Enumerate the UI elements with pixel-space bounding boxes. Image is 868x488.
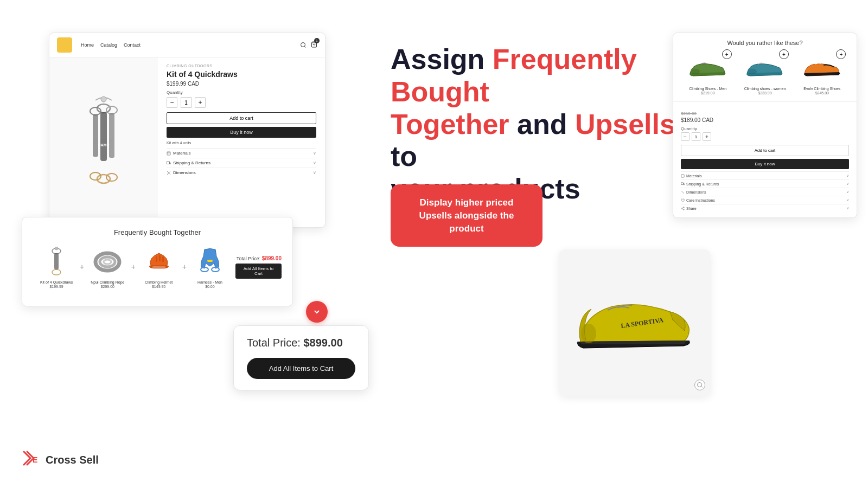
upsell-product-name-3: Evolv Climbing Shoes xyxy=(800,86,844,91)
headline-part2: Together xyxy=(391,108,509,140)
fbt-products-row: Kit of 4 Quickdraws $199.99 + Npui Climb… xyxy=(33,245,282,288)
search-icon[interactable] xyxy=(300,42,307,48)
mockup-content: CAMP CLIMBING OUTDOORS Kit of 4 Quickdra… xyxy=(49,57,325,228)
right-section: Assign Frequently Bought Together and Up… xyxy=(358,0,868,488)
svg-rect-23 xyxy=(152,266,165,269)
product-buy-now[interactable]: Buy it now xyxy=(681,159,849,169)
product-accordion-materials[interactable]: Materials ∨ xyxy=(681,171,849,179)
product-page-mockup: Home Catalog Contact 1 xyxy=(49,33,326,228)
headline: Assign Frequently Bought Together and Up… xyxy=(391,43,705,206)
svg-point-42 xyxy=(698,383,702,387)
fbt-product-price-1: $199.99 xyxy=(33,285,80,288)
product-add-to-cart[interactable]: Add to cart xyxy=(681,145,849,156)
accordion-arrow: ∨ xyxy=(313,151,316,156)
upsell-add-icon-1[interactable]: + xyxy=(722,49,732,59)
magnify-icon[interactable] xyxy=(694,380,705,390)
product-qty-increase[interactable]: + xyxy=(703,132,711,141)
upsell-badge-text: Display higher priced Upsells alongside … xyxy=(408,196,525,235)
fbt-plus-1: + xyxy=(80,262,84,271)
fbt-product-price-3: $149.95 xyxy=(136,285,182,288)
svg-point-22 xyxy=(104,260,111,264)
headline-highlight2: Upsells xyxy=(575,108,675,140)
svg-rect-33 xyxy=(681,174,684,177)
svg-rect-14 xyxy=(167,152,170,155)
left-section: Home Catalog Contact 1 xyxy=(0,0,358,488)
headline-part1: Assign xyxy=(391,43,493,75)
product-accordion-dimensions[interactable]: Dimensions ∨ xyxy=(681,188,849,196)
fbt-product-2: Npui Climbing Rope $299.00 xyxy=(84,245,131,288)
quantity-stepper[interactable]: − 1 + xyxy=(167,97,316,108)
nav-contact[interactable]: Contact xyxy=(124,42,141,48)
fbt-total-price-inline: Total Price: $899.00 xyxy=(237,255,282,261)
product-accordion-share[interactable]: Share ∨ xyxy=(681,204,849,212)
expand-arrow-button[interactable] xyxy=(306,301,328,323)
kit-text: Kit with 4 units xyxy=(167,141,316,145)
svg-rect-5 xyxy=(100,112,107,161)
svg-point-32 xyxy=(748,69,757,74)
fbt-product-img-2 xyxy=(88,245,126,278)
product-accordion-shipping[interactable]: Shipping & Returns ∨ xyxy=(681,179,849,188)
cart-badge: 1 xyxy=(314,38,320,43)
fbt-total-label-inline: Total Price: xyxy=(237,256,262,261)
svg-rect-11 xyxy=(109,113,114,158)
upsell-product-price-2: $233.99 xyxy=(743,91,787,95)
svg-point-10 xyxy=(106,174,117,181)
fbt-product-name-1: Kit of 4 Quickdraws xyxy=(33,280,80,285)
mockup-nav-links: Home Catalog Contact xyxy=(81,42,141,48)
headline-text: Assign Frequently Bought Together and Up… xyxy=(391,43,705,206)
upsell-products-row: + Climbing Shoes - Men $219.00 xyxy=(681,52,849,95)
svg-rect-24 xyxy=(156,256,157,262)
upsell-product-price-3: $245.00 xyxy=(800,91,844,95)
total-card-label: Total Price: xyxy=(247,337,303,349)
fbt-product-1: Kit of 4 Quickdraws $199.99 xyxy=(33,245,80,288)
upsell-product-3: + Evolv Climbing Shoes $245.00 xyxy=(800,52,844,95)
upsell-add-icon-3[interactable]: + xyxy=(836,49,846,59)
svg-line-43 xyxy=(701,386,702,387)
fbt-widget: Frequently Bought Together Kit of 4 Quic… xyxy=(22,217,293,306)
upsell-product-price-1: $219.00 xyxy=(686,91,730,95)
qty-decrease[interactable]: − xyxy=(167,97,177,108)
fbt-total-value-inline: $899.00 xyxy=(262,255,282,261)
accordion-shipping[interactable]: Shipping & Returns ∨ xyxy=(167,158,316,168)
cross-sell-logo: E Cross Sell xyxy=(22,448,99,472)
product-accordion-care[interactable]: Care Instructions ∨ xyxy=(681,196,849,204)
product-qty-stepper[interactable]: − 1 + xyxy=(681,132,849,141)
cross-sell-name: Cross Sell xyxy=(46,454,99,466)
fbt-total-area: Total Price: $899.00 Add All Items to Ca… xyxy=(235,255,282,279)
upsell-widget: Would you rather like these? + C xyxy=(673,33,857,102)
fbt-product-name-2: Npui Climbing Rope xyxy=(84,280,131,285)
fbt-product-price-2: $299.00 xyxy=(84,285,131,288)
upsell-add-icon-2[interactable]: + xyxy=(779,49,789,59)
product-current-price: $189.00 CAD xyxy=(681,117,849,123)
product-detail-area: $219.00 $189.00 CAD Quantity − 1 + Add t… xyxy=(673,102,857,217)
fbt-product-name-3: Climbing Helmet xyxy=(136,280,182,285)
svg-line-38 xyxy=(682,209,684,209)
svg-point-19 xyxy=(55,247,58,250)
accordion-materials[interactable]: Materials ∨ xyxy=(167,148,316,158)
fbt-product-img-3 xyxy=(140,245,178,278)
product-info: CLIMBING OUTDOORS Kit of 4 Quickdraws $1… xyxy=(158,57,325,228)
nav-catalog[interactable]: Catalog xyxy=(100,42,117,48)
accordion-dimensions[interactable]: Dimensions ∨ xyxy=(167,168,316,177)
quickdraw-image: CAMP xyxy=(76,95,131,192)
cart-icon-wrapper[interactable]: 1 xyxy=(311,40,317,50)
qty-label: Quantity xyxy=(167,90,316,95)
svg-rect-26 xyxy=(162,256,164,262)
svg-point-9 xyxy=(106,106,117,114)
product-image-area: CAMP xyxy=(49,57,158,228)
product-qty-decrease[interactable]: − xyxy=(681,132,690,141)
add-all-items-button[interactable]: Add All Items to Cart xyxy=(247,358,355,379)
svg-line-1 xyxy=(304,46,305,47)
add-to-cart-button[interactable]: Add to cart xyxy=(167,112,316,124)
buy-it-now-button[interactable]: Buy it now xyxy=(167,127,316,138)
fbt-plus-3: + xyxy=(182,262,187,271)
headline-part4: to xyxy=(391,140,417,172)
nav-home[interactable]: Home xyxy=(81,42,94,48)
fbt-add-all-button-inline[interactable]: Add All Items to Cart xyxy=(235,264,282,279)
svg-point-36 xyxy=(681,208,682,209)
qty-increase[interactable]: + xyxy=(195,97,206,108)
upsell-product-name-1: Climbing Shoes - Men xyxy=(686,86,730,91)
upsell-widget-title: Would you rather like these? xyxy=(681,40,849,46)
upsell-badge: Display higher priced Upsells alongside … xyxy=(391,184,542,247)
fbt-title: Frequently Bought Together xyxy=(33,228,282,236)
